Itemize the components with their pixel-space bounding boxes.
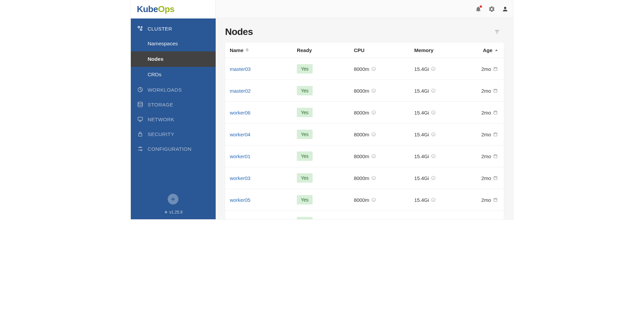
col-name[interactable]: Name (225, 43, 292, 58)
cpu-value: 8000m (354, 197, 369, 203)
sidebar: KubeOps CLUSTER Namespaces Nodes CRDs (131, 0, 216, 219)
node-link[interactable]: worker02 (230, 219, 251, 220)
notifications-button[interactable] (474, 5, 482, 13)
memory-value: 15.4Gi (414, 132, 429, 137)
topbar (216, 0, 513, 18)
svg-point-8 (141, 150, 142, 151)
ready-badge: Yes (297, 195, 313, 205)
cell-memory: 15.4Gi (410, 102, 477, 124)
sidebar-item-namespaces[interactable]: Namespaces (131, 36, 216, 51)
sidebar-section-workloads[interactable]: WORKLOADS (131, 82, 216, 97)
settings-button[interactable] (488, 5, 496, 13)
sidebar-item-nodes[interactable]: Nodes (131, 51, 216, 67)
info-icon (431, 176, 436, 180)
nodes-table-card: Name Ready CPU Memory Age master03Yes800… (225, 43, 504, 219)
add-button[interactable] (168, 194, 178, 205)
svg-point-0 (138, 26, 140, 28)
col-age[interactable]: Age (477, 43, 504, 58)
cell-age: 2mo (477, 80, 504, 102)
ready-badge: Yes (297, 108, 313, 117)
sort-icon (246, 48, 249, 52)
age-value: 2mo (481, 197, 491, 203)
cell-name: worker05 (225, 189, 292, 211)
cell-ready: Yes (292, 80, 349, 102)
sidebar-section-configuration[interactable]: CONFIGURATION (131, 141, 216, 156)
version-label: v1.25.9 (164, 210, 182, 215)
cell-memory: 15.4Gi (410, 145, 477, 167)
col-ready[interactable]: Ready (292, 43, 349, 58)
info-icon (371, 88, 376, 93)
memory-value: 15.4Gi (414, 175, 429, 181)
cpu-value: 8000m (354, 132, 369, 137)
sliders-icon (137, 145, 144, 152)
svg-rect-6 (139, 134, 142, 136)
cell-memory: 15.4Gi (410, 80, 477, 102)
calendar-icon (493, 176, 498, 180)
info-icon (431, 132, 436, 137)
cell-cpu: 8000m (349, 58, 410, 80)
sidebar-section-cluster[interactable]: CLUSTER (131, 21, 216, 36)
col-memory-label: Memory (414, 47, 434, 53)
calendar-icon (493, 132, 498, 137)
age-value: 2mo (481, 153, 491, 159)
cell-cpu: 8000m (349, 102, 410, 124)
network-icon (137, 116, 144, 123)
ready-badge: Yes (297, 86, 313, 95)
memory-value: 15.4Gi (414, 66, 429, 72)
user-icon (502, 6, 508, 12)
info-icon (431, 66, 436, 71)
cell-cpu: 8000m (349, 167, 410, 189)
info-icon (371, 110, 376, 115)
sidebar-section-label: STORAGE (148, 102, 173, 107)
sidebar-section-storage[interactable]: STORAGE (131, 97, 216, 112)
age-value: 2mo (481, 88, 491, 94)
cell-name: worker04 (225, 124, 292, 145)
svg-rect-14 (494, 89, 497, 92)
svg-point-4 (138, 102, 142, 104)
age-value: 2mo (481, 175, 491, 181)
sidebar-section-network[interactable]: NETWORK (131, 112, 216, 127)
memory-value: 15.4Gi (414, 110, 429, 116)
logo-kube: Kube (137, 4, 158, 14)
sidebar-section-label: CONFIGURATION (148, 146, 192, 152)
sidebar-nav: CLUSTER Namespaces Nodes CRDs WORKLOADS … (131, 18, 216, 194)
node-link[interactable]: worker05 (230, 197, 251, 203)
svg-rect-29 (494, 198, 497, 201)
memory-value: 15.4Gi (414, 153, 429, 159)
cell-cpu: 8000m (349, 145, 410, 167)
svg-point-7 (140, 147, 141, 148)
node-link[interactable]: worker06 (230, 110, 251, 116)
node-link[interactable]: worker01 (230, 153, 251, 159)
plus-icon (170, 196, 176, 202)
col-cpu[interactable]: CPU (349, 43, 410, 58)
cell-name: worker01 (225, 145, 292, 167)
sidebar-section-label: CLUSTER (148, 26, 172, 32)
node-link[interactable]: master02 (230, 88, 251, 94)
col-memory[interactable]: Memory (410, 43, 477, 58)
memory-value: 15.4Gi (414, 88, 429, 94)
logo[interactable]: KubeOps (131, 0, 216, 18)
memory-value: 15.4Gi (414, 197, 429, 203)
cell-ready: Yes (292, 58, 349, 80)
filter-button[interactable] (492, 27, 502, 37)
cell-name: worker03 (225, 167, 292, 189)
profile-button[interactable] (501, 5, 509, 13)
sidebar-section-security[interactable]: SECURITY (131, 127, 216, 141)
cell-name: master02 (225, 80, 292, 102)
node-link[interactable]: worker04 (230, 132, 251, 137)
calendar-icon (493, 110, 498, 115)
cluster-icon (137, 25, 144, 32)
node-link[interactable]: worker03 (230, 175, 251, 181)
sidebar-section-label: SECURITY (148, 131, 174, 137)
cell-name: worker06 (225, 102, 292, 124)
sidebar-section-label: WORKLOADS (148, 87, 182, 93)
ready-badge: Yes (297, 64, 313, 74)
node-link[interactable]: master03 (230, 66, 251, 72)
col-ready-label: Ready (297, 47, 312, 53)
age-value: 2mo (481, 66, 491, 72)
svg-rect-20 (494, 133, 497, 136)
sidebar-item-crds[interactable]: CRDs (131, 67, 216, 82)
cell-cpu: 8000m (349, 211, 410, 219)
cell-memory: 15.4Gi (410, 124, 477, 145)
memory-value: 15.4Gi (414, 219, 429, 220)
